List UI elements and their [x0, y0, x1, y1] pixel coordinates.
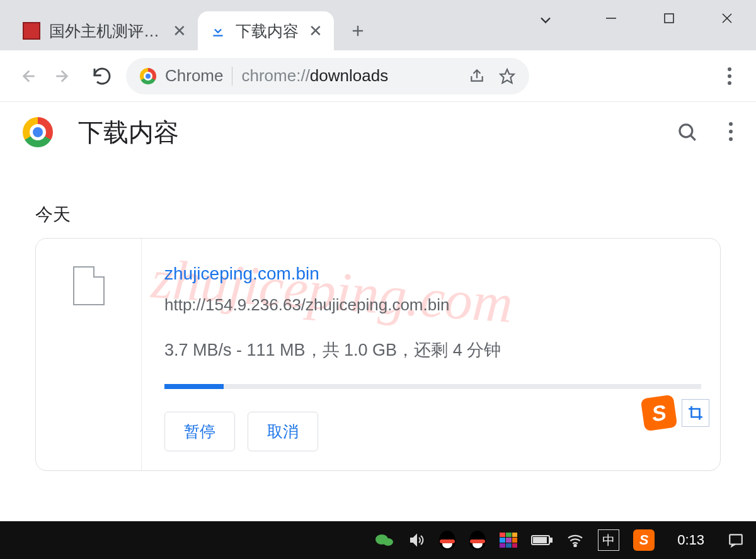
tray-wechat-icon[interactable]	[375, 532, 394, 548]
svg-point-16	[729, 137, 733, 141]
download-source-url: http://154.9.236.63/zhujiceping.com.bin	[164, 295, 701, 315]
chrome-logo-icon	[23, 117, 53, 147]
taskbar-clock[interactable]: 0:13	[677, 532, 704, 548]
tray-wifi-icon[interactable]	[566, 533, 584, 547]
close-tab-icon[interactable]: ✕	[173, 21, 186, 41]
forward-button[interactable]	[50, 62, 78, 90]
window-minimize-button[interactable]	[582, 0, 640, 37]
divider	[232, 67, 232, 86]
address-bar: Chrome chrome://downloads	[0, 50, 756, 102]
window-close-button[interactable]	[698, 0, 756, 37]
crop-icon[interactable]	[682, 399, 709, 427]
page-header: 下载内容	[0, 102, 756, 162]
tray-ime-indicator[interactable]: 中	[598, 529, 619, 551]
svg-rect-22	[534, 538, 546, 543]
download-filename[interactable]: zhujiceping.com.bin	[164, 264, 701, 284]
browser-menu-button[interactable]	[716, 62, 743, 90]
download-progress-text: 3.7 MB/s - 111 MB，共 1.0 GB，还剩 4 分钟	[164, 339, 701, 361]
tray-app-icon[interactable]	[500, 533, 517, 548]
svg-point-14	[729, 122, 733, 126]
svg-point-23	[575, 545, 576, 546]
download-favicon-icon	[209, 22, 227, 40]
svg-marker-8	[500, 69, 514, 83]
progress-fill	[164, 384, 224, 389]
section-today-label: 今天	[35, 203, 756, 227]
site-favicon-icon	[23, 22, 40, 40]
tray-battery-icon[interactable]	[531, 534, 553, 546]
svg-point-9	[728, 67, 731, 71]
svg-rect-21	[550, 538, 552, 542]
page-menu-button[interactable]	[728, 121, 733, 143]
svg-line-13	[690, 135, 696, 140]
omnibox-url: chrome://downloads	[241, 66, 388, 86]
search-icon[interactable]	[677, 121, 698, 143]
file-icon-area	[36, 239, 142, 470]
svg-point-11	[728, 81, 731, 85]
downloads-page: 下载内容 zhujiceping.com 今天 zhujiceping.com.…	[0, 102, 756, 521]
reload-button[interactable]	[88, 62, 116, 90]
browser-tab-inactive[interactable]: 国外主机测评 - 国 ✕	[11, 11, 198, 50]
share-icon[interactable]	[469, 68, 485, 84]
tray-notifications-icon[interactable]	[727, 532, 745, 548]
svg-point-18	[383, 538, 393, 546]
window-maximize-button[interactable]	[640, 0, 698, 37]
tray-qq-icon[interactable]	[469, 531, 486, 550]
download-card: zhujiceping.com.bin http://154.9.236.63/…	[35, 238, 721, 471]
svg-point-12	[680, 125, 692, 137]
svg-marker-19	[411, 535, 416, 545]
tab-label: 国外主机测评 - 国	[49, 21, 163, 42]
page-title: 下载内容	[78, 115, 179, 150]
tray-volume-icon[interactable]	[408, 533, 425, 548]
svg-point-15	[729, 130, 733, 133]
sogou-input-icon[interactable]: S	[641, 395, 678, 432]
chrome-logo-icon	[140, 68, 156, 84]
title-bar: 国外主机测评 - 国 ✕ 下载内容 ✕	[0, 0, 756, 50]
cancel-button[interactable]: 取消	[248, 412, 318, 451]
browser-tab-active[interactable]: 下载内容 ✕	[198, 11, 334, 50]
tray-sogou-icon[interactable]: S	[633, 529, 655, 551]
tray-qq-icon[interactable]	[439, 531, 455, 550]
omnibox-prefix: Chrome	[165, 66, 223, 86]
file-icon	[73, 266, 105, 305]
new-tab-button[interactable]	[341, 14, 374, 47]
svg-point-10	[728, 74, 731, 78]
svg-rect-1	[665, 14, 673, 23]
bookmark-star-icon[interactable]	[499, 68, 515, 84]
chevron-down-icon[interactable]	[537, 11, 554, 29]
floating-ime-icons: S	[643, 397, 709, 429]
tab-label: 下载内容	[236, 21, 299, 42]
svg-rect-24	[730, 534, 742, 544]
back-button[interactable]	[13, 62, 40, 90]
close-tab-icon[interactable]: ✕	[309, 21, 323, 41]
omnibox[interactable]: Chrome chrome://downloads	[126, 58, 529, 94]
progress-bar	[164, 384, 701, 389]
pause-button[interactable]: 暂停	[164, 412, 235, 451]
windows-taskbar[interactable]: 中 S 0:13	[0, 521, 756, 559]
